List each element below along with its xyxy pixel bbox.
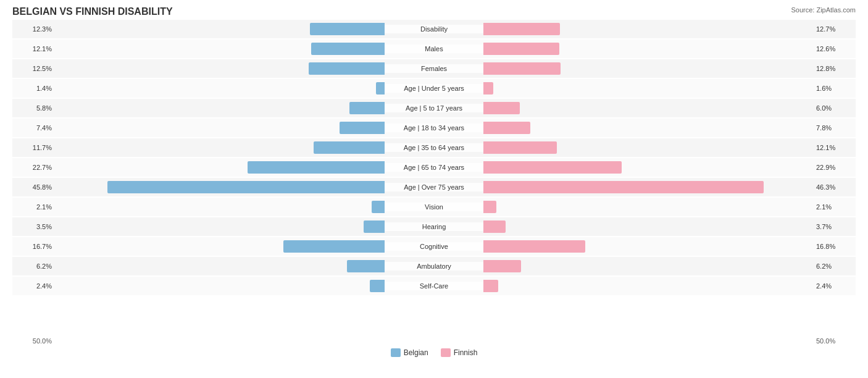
val-right: 12.6%: [812, 45, 856, 52]
val-left: 2.1%: [12, 203, 56, 211]
bar-right-wrap: [483, 260, 812, 272]
chart-row: 12.3% Disability 12.7%: [12, 20, 856, 38]
bar-left-wrap: [56, 141, 385, 154]
bar-right: [483, 181, 764, 193]
bar-right: [483, 220, 506, 233]
chart-row: 11.7% Age | 35 to 64 years 12.1%: [12, 138, 856, 157]
bar-right-wrap: [483, 43, 812, 55]
bar-right-wrap: [483, 240, 812, 253]
bar-left: [107, 181, 385, 193]
bar-left: [340, 122, 385, 134]
val-left: 3.5%: [12, 223, 56, 230]
bar-right-wrap: [483, 141, 812, 154]
bar-left: [349, 102, 385, 114]
source-text: Source: ZipAtlas.com: [791, 6, 856, 14]
bar-left-wrap: [56, 181, 385, 193]
center-label: Ambulatory: [385, 262, 483, 271]
bar-left: [347, 260, 385, 272]
bar-left-wrap: [56, 23, 385, 35]
chart-row: 12.1% Males 12.6%: [12, 40, 856, 58]
val-left: 11.7%: [12, 144, 56, 151]
val-left: 5.8%: [12, 104, 56, 112]
center-label: Hearing: [385, 222, 483, 231]
bar-right: [483, 122, 530, 134]
center-label: Age | 18 to 34 years: [385, 124, 483, 132]
legend-label-belgian: Belgian: [404, 348, 428, 357]
bar-left-wrap: [56, 201, 385, 213]
bar-right: [483, 102, 520, 114]
bar-left: [314, 141, 385, 154]
axis-right-label: 50.0%: [812, 337, 856, 345]
chart-row: 7.4% Age | 18 to 34 years 7.8%: [12, 119, 856, 137]
val-right: 46.3%: [812, 183, 856, 191]
val-left: 12.5%: [12, 65, 56, 72]
center-label: Age | Over 75 years: [385, 183, 483, 191]
legend: Belgian Finnish: [12, 348, 856, 357]
chart-row: 5.8% Age | 5 to 17 years 6.0%: [12, 99, 856, 117]
bar-right-wrap: [483, 102, 812, 114]
center-label: Age | Under 5 years: [385, 84, 483, 93]
legend-item-belgian: Belgian: [391, 348, 428, 357]
val-right: 12.1%: [812, 144, 856, 151]
legend-box-belgian: [391, 348, 401, 357]
bar-left-wrap: [56, 43, 385, 55]
center-label: Males: [385, 44, 483, 53]
bar-right: [483, 23, 560, 35]
center-label: Females: [385, 64, 483, 73]
center-label: Disability: [385, 25, 483, 33]
bar-right-wrap: [483, 82, 812, 94]
bar-left-wrap: [56, 280, 385, 292]
val-left: 22.7%: [12, 164, 56, 171]
axis-left-label: 50.0%: [12, 337, 56, 345]
bar-right: [483, 141, 557, 154]
val-right: 16.8%: [812, 243, 856, 250]
val-left: 7.4%: [12, 124, 56, 132]
val-right: 1.6%: [812, 85, 856, 92]
bar-left: [370, 280, 385, 292]
val-right: 12.8%: [812, 65, 856, 72]
center-label: Cognitive: [385, 242, 483, 251]
bar-right-wrap: [483, 62, 812, 75]
val-right: 2.4%: [812, 282, 856, 290]
bar-left: [311, 43, 385, 55]
val-left: 1.4%: [12, 85, 56, 92]
val-left: 45.8%: [12, 183, 56, 191]
bar-right: [483, 62, 561, 75]
center-label: Age | 35 to 64 years: [385, 143, 483, 152]
legend-box-finnish: [441, 348, 451, 357]
val-right: 2.1%: [812, 203, 856, 211]
chart-container: BELGIAN VS FINNISH DISABILITY Source: Zi…: [0, 0, 868, 378]
chart-row: 2.4% Self-Care 2.4%: [12, 277, 856, 295]
val-right: 7.8%: [812, 124, 856, 132]
bar-left-wrap: [56, 122, 385, 134]
center-label: Vision: [385, 203, 483, 211]
chart-title: BELGIAN VS FINNISH DISABILITY: [12, 6, 856, 17]
val-left: 2.4%: [12, 282, 56, 290]
bar-right-wrap: [483, 280, 812, 292]
bar-left: [248, 161, 385, 174]
chart-row: 1.4% Age | Under 5 years 1.6%: [12, 79, 856, 98]
bar-left-wrap: [56, 161, 385, 174]
axis-row: 50.0% 50.0%: [12, 337, 856, 345]
center-label: Self-Care: [385, 282, 483, 290]
bar-right-wrap: [483, 201, 812, 213]
bar-left: [364, 220, 385, 233]
bar-left: [283, 240, 385, 253]
bar-right-wrap: [483, 220, 812, 233]
center-label: Age | 5 to 17 years: [385, 104, 483, 112]
bar-left-wrap: [56, 62, 385, 75]
val-left: 16.7%: [12, 243, 56, 250]
val-left: 6.2%: [12, 262, 56, 270]
bar-left: [376, 82, 385, 94]
bar-right: [483, 260, 521, 272]
val-right: 12.7%: [812, 25, 856, 33]
bar-right-wrap: [483, 181, 812, 193]
val-left: 12.3%: [12, 25, 56, 33]
bar-right-wrap: [483, 122, 812, 134]
bar-right-wrap: [483, 161, 812, 174]
center-label: Age | 65 to 74 years: [385, 163, 483, 172]
chart-row: 22.7% Age | 65 to 74 years 22.9%: [12, 158, 856, 177]
val-right: 3.7%: [812, 223, 856, 230]
bar-left-wrap: [56, 260, 385, 272]
val-right: 6.2%: [812, 262, 856, 270]
